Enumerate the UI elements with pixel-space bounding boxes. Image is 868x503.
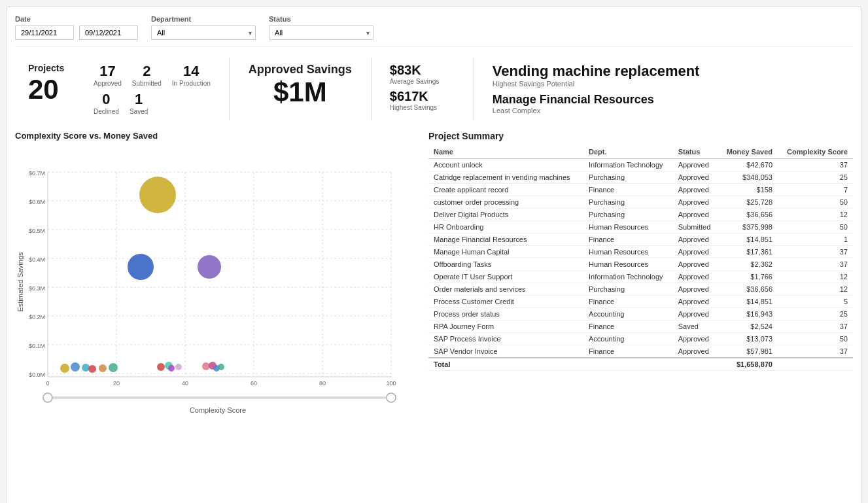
table-cell: Purchasing [583, 209, 673, 221]
table-cell: Catridge replacement in vending machines [428, 171, 583, 184]
submitted-label: Submitted [132, 80, 162, 87]
svg-rect-30 [48, 396, 391, 399]
table-cell: Account unlock [428, 159, 583, 171]
svg-point-37 [60, 364, 69, 373]
col-status: Status [673, 145, 718, 159]
table-cell: 50 [778, 221, 853, 234]
chart-container: Estimated Savings $0.0M $0.1M $0.2M $0.3… [15, 145, 408, 419]
table-cell: $348,053 [718, 171, 778, 184]
table-cell: Finance [583, 296, 673, 308]
status-select[interactable]: All [269, 26, 373, 40]
table-cell: Create applicant record [428, 184, 583, 196]
table-cell: Approved [673, 333, 718, 345]
table-cell: Finance [583, 234, 673, 246]
table-row: HR OnboardingHuman ResourcesSubmitted$37… [428, 221, 853, 234]
table-cell: $2,362 [718, 258, 778, 271]
table-row: Offboarding TasksHuman ResourcesApproved… [428, 258, 853, 271]
table-row: SAP Vendor InvoiceFinanceApproved$57,981… [428, 345, 853, 358]
table-cell: 12 [778, 271, 853, 283]
svg-text:40: 40 [182, 380, 188, 387]
svg-point-31 [43, 393, 52, 402]
table-cell: $13,073 [718, 333, 778, 345]
date-to-input[interactable] [79, 26, 138, 40]
table-cell: Process Customer Credit [428, 296, 583, 308]
table-cell: Finance [583, 321, 673, 333]
table-total-row: Total $1,658,870 [428, 358, 853, 371]
table-cell: Purchasing [583, 196, 673, 209]
table-section: Project Summary Name Dept. Status Money … [428, 131, 853, 419]
svg-point-35 [128, 254, 154, 280]
table-wrapper[interactable]: Name Dept. Status Money Saved Complexity… [428, 145, 853, 371]
table-header-row: Name Dept. Status Money Saved Complexity… [428, 145, 853, 159]
svg-text:$0.0M: $0.0M [29, 372, 45, 378]
table-row: Process Customer CreditFinanceApproved$1… [428, 296, 853, 308]
svg-point-39 [82, 364, 90, 372]
kpi-approved-savings: Approved Savings $1M [235, 58, 366, 113]
table-cell: Information Technology [583, 271, 673, 283]
table-cell: 50 [778, 333, 853, 345]
department-select[interactable]: All [151, 26, 256, 40]
svg-point-32 [387, 393, 396, 402]
projects-total: 20 [28, 76, 67, 103]
finance-title: Manage Financial Resources [493, 93, 700, 107]
saved-stat: 1 Saved [130, 91, 148, 115]
table-row: Deliver Digital ProductsPurchasingApprov… [428, 209, 853, 221]
department-select-wrapper: All [151, 26, 256, 40]
kpi-row: Projects 20 17 Approved 2 Submitted 14 I… [15, 58, 853, 120]
svg-text:$0.4M: $0.4M [29, 256, 45, 263]
date-filter: Date [15, 15, 138, 40]
table-cell: Approved [673, 271, 718, 283]
project-table: Name Dept. Status Money Saved Complexity… [428, 145, 853, 371]
svg-point-34 [139, 177, 176, 213]
col-money: Money Saved [718, 145, 778, 159]
table-cell: $36,656 [718, 209, 778, 221]
vending-sub: Highest Savings Potential [493, 80, 700, 88]
scatter-chart: Estimated Savings $0.0M $0.1M $0.2M $0.3… [15, 145, 408, 419]
table-cell: Approved [673, 159, 718, 171]
table-cell: Approved [673, 296, 718, 308]
avg-savings: $83K Average Savings [390, 63, 455, 85]
status-select-wrapper: All [269, 26, 373, 40]
kpi-sub-stats: 17 Approved 2 Submitted 14 In Production… [80, 58, 224, 120]
highest-savings-value: $617K [390, 89, 455, 104]
table-cell: 7 [778, 184, 853, 196]
table-cell: Approved [673, 246, 718, 258]
table-cell: Purchasing [583, 171, 673, 184]
svg-point-45 [168, 365, 175, 372]
svg-text:$0.5M: $0.5M [29, 228, 45, 234]
svg-point-46 [175, 364, 182, 370]
total-label: Total [428, 358, 583, 371]
chart-title: Complexity Score vs. Money Saved [15, 131, 421, 141]
svg-point-43 [157, 363, 165, 371]
svg-point-42 [109, 363, 118, 372]
table-cell: Approved [673, 345, 718, 358]
dashboard: Date Department All Status All [7, 7, 861, 503]
table-cell: Approved [673, 184, 718, 196]
table-row: Manage Financial ResourcesFinanceApprove… [428, 234, 853, 246]
svg-text:60: 60 [251, 380, 257, 387]
vending-title: Vending machine replacement [493, 63, 700, 80]
svg-text:Complexity Score: Complexity Score [190, 406, 246, 414]
table-cell: $42,670 [718, 159, 778, 171]
table-row: Create applicant recordFinanceApproved$1… [428, 184, 853, 196]
table-row: customer order processingPurchasingAppro… [428, 196, 853, 209]
department-label: Department [151, 15, 256, 23]
table-cell: 37 [778, 246, 853, 258]
table-cell: 5 [778, 296, 853, 308]
declined-stat: 0 Declined [94, 91, 119, 115]
table-cell: $2,524 [718, 321, 778, 333]
date-from-input[interactable] [15, 26, 74, 40]
table-cell: Offboarding Tasks [428, 258, 583, 271]
declined-num: 0 [102, 91, 110, 108]
svg-point-36 [198, 255, 221, 279]
kpi-highlights: Vending machine replacement Highest Savi… [479, 58, 713, 120]
table-cell: RPA Journey Form [428, 321, 583, 333]
svg-text:$0.6M: $0.6M [29, 199, 45, 205]
svg-text:80: 80 [319, 380, 326, 387]
svg-point-41 [99, 364, 107, 372]
table-body: Account unlockInformation TechnologyAppr… [428, 159, 853, 358]
total-money: $1,658,870 [718, 358, 778, 371]
table-cell: $14,851 [718, 234, 778, 246]
table-cell: Purchasing [583, 283, 673, 296]
table-cell: SAP Process Invoice [428, 333, 583, 345]
